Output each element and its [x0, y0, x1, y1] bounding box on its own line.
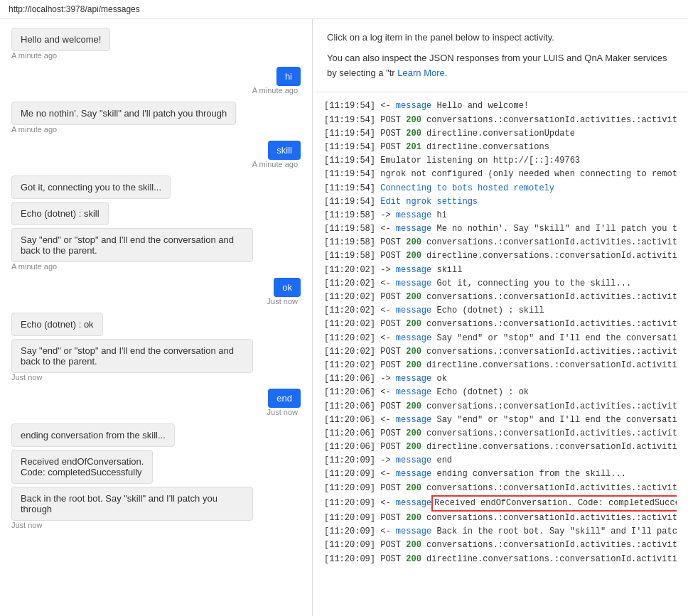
- log-line[interactable]: [11:19:54] <- message Hello and welcome!: [324, 99, 677, 113]
- timestamp-botgroup2: Just now: [11, 373, 301, 382]
- log-line[interactable]: [11:20:06] POST 200 conversations.:conve…: [324, 400, 677, 414]
- log-post: POST: [380, 237, 401, 247]
- log-type-link[interactable]: message: [396, 101, 431, 111]
- log-type-link[interactable]: message: [396, 415, 431, 425]
- log-panel: [11:19:54] <- message Hello and welcome!…: [313, 92, 688, 616]
- log-time: [11:19:54]: [324, 197, 375, 207]
- log-line[interactable]: [11:20:09] POST 200 directline.conversat…: [324, 553, 677, 566]
- log-text: directline.conversations.:conversationId…: [421, 251, 677, 261]
- log-type-link[interactable]: message: [396, 333, 431, 343]
- log-line[interactable]: [11:20:09] POST 200 conversations.:conve…: [324, 482, 677, 495]
- log-time: [11:20:06]: [324, 387, 375, 397]
- log-type-link[interactable]: message: [396, 387, 431, 397]
- log-line[interactable]: [11:20:02] POST 200 directline.conversat…: [324, 359, 677, 372]
- log-dir: ->: [380, 210, 390, 220]
- timestamp-end: Just now: [267, 408, 298, 416]
- log-line[interactable]: [11:19:54] POST 200 directline.conversat…: [324, 127, 677, 141]
- log-line[interactable]: [11:19:54] POST 200 conversations.:conve…: [324, 114, 677, 127]
- log-line[interactable]: [11:19:58] -> message hi: [324, 209, 677, 222]
- log-line[interactable]: [11:19:58] <- message Me no nothin'. Say…: [324, 222, 677, 236]
- log-post: POST: [380, 442, 401, 452]
- log-text: Say "end" or "stop" and I'll end the con…: [431, 415, 677, 425]
- log-type-link[interactable]: message: [396, 498, 431, 508]
- timestamp-hi: A minute ago: [252, 86, 298, 94]
- log-type-link[interactable]: message: [396, 306, 431, 315]
- log-status: 200: [406, 251, 421, 261]
- timestamp-botgroup3: Just now: [11, 521, 301, 529]
- log-line[interactable]: [11:20:09] POST 200 conversations.:conve…: [324, 539, 677, 552]
- log-line[interactable]: [11:19:54] POST 201 directline.conversat…: [324, 141, 677, 154]
- log-dir: <-: [380, 333, 390, 343]
- log-post: POST: [380, 513, 401, 523]
- log-line[interactable]: [11:20:02] POST 200 conversations.:conve…: [324, 291, 677, 304]
- log-link[interactable]: Edit ngrok settings: [380, 197, 478, 207]
- log-text: conversations.:conversationId.activities…: [421, 401, 677, 411]
- log-text: ending conversation from the skill...: [431, 469, 626, 479]
- log-line[interactable]: [11:20:02] -> message skill: [324, 264, 677, 277]
- log-dir: ->: [380, 455, 390, 465]
- log-time: [11:20:02]: [324, 306, 375, 315]
- log-text: conversations.:conversationId.activities…: [421, 319, 677, 329]
- log-type-link[interactable]: message: [396, 469, 431, 479]
- log-line[interactable]: [11:19:54] Edit ngrok settings: [324, 195, 677, 209]
- inspector-desc2: You can also inspect the JSON responses …: [327, 51, 674, 81]
- main-layout: Hello and welcome! A minute ago hi A min…: [0, 19, 688, 616]
- log-dir: <-: [380, 306, 390, 315]
- log-line[interactable]: [11:20:02] <- message Got it, connecting…: [324, 277, 677, 291]
- log-type-link[interactable]: message: [396, 265, 431, 275]
- log-text: conversations.:conversationId.activities…: [421, 540, 677, 550]
- log-line[interactable]: [11:20:06] <- message Echo (dotnet) : ok: [324, 386, 677, 399]
- log-line[interactable]: [11:20:02] POST 200 conversations.:conve…: [324, 318, 677, 331]
- log-status: 200: [406, 347, 421, 357]
- log-line[interactable]: [11:20:09] <- message Back in the root b…: [324, 525, 677, 539]
- log-post: POST: [380, 483, 401, 493]
- log-time: [11:20:02]: [324, 279, 375, 288]
- log-line[interactable]: [11:20:06] -> message ok: [324, 372, 677, 386]
- chat-section-end: end Just now: [11, 389, 301, 421]
- log-line[interactable]: [11:19:54] Emulator listening on http://…: [324, 154, 677, 168]
- bot-bubble-connecting: Got it, connecting you to the skill...: [11, 175, 171, 199]
- log-line[interactable]: [11:19:58] POST 200 conversations.:conve…: [324, 236, 677, 249]
- log-line[interactable]: [11:20:09] <- message ending conversatio…: [324, 468, 677, 481]
- inspector-desc2-text: You can also inspect the JSON responses …: [327, 53, 667, 78]
- log-type-link[interactable]: message: [396, 279, 431, 288]
- log-dir: <-: [380, 469, 390, 479]
- log-line[interactable]: [11:20:09] <- message Received endOfConv…: [324, 495, 677, 512]
- log-line[interactable]: [11:20:09] POST 200 conversations.:conve…: [324, 512, 677, 525]
- log-text: Back in the root bot. Say "skill" and I'…: [431, 526, 677, 536]
- log-status: 200: [406, 428, 421, 438]
- log-line[interactable]: [11:20:06] POST 200 directline.conversat…: [324, 441, 677, 454]
- log-text: hi: [431, 210, 447, 220]
- log-status: 200: [406, 513, 421, 523]
- log-time: [11:19:58]: [324, 224, 375, 234]
- log-text-highlighted: Received endOfConversation. Code: comple…: [431, 495, 677, 512]
- bot-bubble-echo-skill: Echo (dotnet) : skill: [11, 202, 109, 225]
- log-type-link[interactable]: message: [396, 455, 431, 465]
- chat-section-menonothin: Me no nothin'. Say "skill" and I'll patc…: [11, 102, 301, 138]
- log-text: conversations.:conversationId.activities…: [421, 115, 677, 125]
- log-line[interactable]: [11:19:58] POST 200 directline.conversat…: [324, 249, 677, 263]
- log-line[interactable]: [11:20:06] POST 200 conversations.:conve…: [324, 427, 677, 441]
- log-type-link[interactable]: message: [396, 374, 431, 384]
- log-type-link[interactable]: message: [396, 210, 431, 220]
- log-dir: <-: [380, 498, 390, 508]
- log-type-link[interactable]: message: [396, 526, 431, 536]
- log-time: [11:19:58]: [324, 251, 375, 261]
- log-line[interactable]: [11:20:02] POST 200 conversations.:conve…: [324, 345, 677, 359]
- log-status: 200: [406, 129, 421, 139]
- log-link[interactable]: Connecting to bots hosted remotely: [380, 183, 554, 193]
- log-status: 201: [406, 142, 421, 152]
- log-type-link[interactable]: message: [396, 224, 431, 234]
- log-time: [11:19:58]: [324, 237, 375, 247]
- log-time: [11:20:02]: [324, 360, 375, 370]
- log-line[interactable]: [11:20:09] -> message end: [324, 454, 677, 468]
- learn-more-link[interactable]: Learn More.: [397, 67, 447, 78]
- log-line[interactable]: [11:19:54] Connecting to bots hosted rem…: [324, 182, 677, 195]
- log-line[interactable]: [11:20:06] <- message Say "end" or "stop…: [324, 414, 677, 427]
- log-status: 200: [406, 237, 421, 247]
- log-line[interactable]: [11:19:54] ngrok not configured (only ne…: [324, 168, 677, 181]
- log-time: [11:20:09]: [324, 469, 375, 479]
- log-line[interactable]: [11:20:02] <- message Say "end" or "stop…: [324, 332, 677, 345]
- log-post: POST: [380, 251, 401, 261]
- log-line[interactable]: [11:20:02] <- message Echo (dotnet) : sk…: [324, 304, 677, 318]
